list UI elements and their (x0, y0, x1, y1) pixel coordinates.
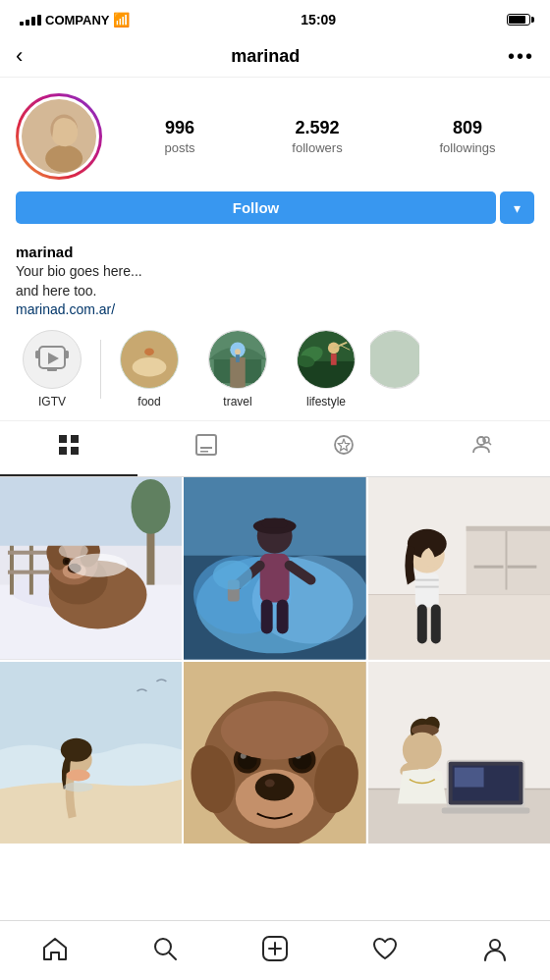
top-nav: ‹ marinad ••• (0, 35, 550, 78)
tab-feed[interactable] (138, 421, 275, 476)
svg-rect-77 (277, 600, 289, 634)
svg-rect-90 (414, 573, 438, 608)
story-igtv[interactable]: IGTV (8, 330, 96, 408)
svg-rect-92 (430, 605, 440, 644)
follow-dropdown-button[interactable]: ▾ (500, 191, 534, 224)
svg-rect-6 (47, 368, 57, 371)
posts-stat[interactable]: 996 posts (164, 118, 194, 156)
svg-point-133 (155, 939, 171, 954)
battery-fill (509, 16, 525, 24)
tab-saved[interactable] (275, 421, 412, 476)
extra-circle (370, 330, 419, 389)
chevron-down-icon: ▾ (514, 200, 521, 216)
bottom-nav (0, 920, 550, 980)
likes-nav-button[interactable] (361, 931, 409, 966)
avatar-container[interactable] (16, 93, 102, 180)
svg-point-99 (67, 769, 90, 781)
bio-line2: and here too. (16, 283, 97, 299)
bio-link[interactable]: marinad.com.ar/ (16, 301, 115, 317)
grid-icon (57, 433, 81, 463)
svg-marker-36 (338, 439, 350, 451)
follow-button[interactable]: Follow (16, 191, 496, 224)
profile-header: 996 posts 2.592 followers 809 followings… (0, 78, 550, 236)
svg-rect-125 (454, 767, 483, 787)
svg-point-2 (45, 145, 82, 173)
photo-grid (0, 477, 550, 844)
svg-rect-34 (200, 451, 208, 453)
svg-point-79 (213, 561, 252, 590)
travel-label: travel (223, 395, 251, 408)
lifestyle-label: lifestyle (306, 395, 346, 408)
svg-point-56 (65, 560, 69, 564)
tabs-row (0, 421, 550, 477)
grid-cell-4[interactable] (0, 662, 182, 844)
svg-rect-73 (260, 554, 290, 603)
bio-line1: Your bio goes here... (16, 263, 142, 279)
svg-rect-83 (466, 526, 550, 595)
story-lifestyle[interactable]: lifestyle (282, 330, 370, 408)
grid-cell-5[interactable] (184, 662, 365, 844)
followers-stat[interactable]: 2.592 followers (292, 118, 342, 156)
followers-label: followers (292, 140, 342, 155)
svg-rect-84 (466, 526, 550, 531)
following-label: followings (439, 140, 495, 155)
search-nav-button[interactable] (141, 931, 189, 966)
back-button[interactable]: ‹ (16, 43, 23, 69)
svg-point-131 (405, 732, 440, 767)
more-options-button[interactable]: ••• (508, 45, 534, 68)
food-circle (120, 330, 179, 389)
profile-stats: 996 posts 2.592 followers 809 followings (126, 118, 534, 156)
grid-cell-2[interactable] (184, 477, 365, 659)
profile-top: 996 posts 2.592 followers 809 followings (16, 93, 534, 180)
svg-marker-7 (48, 353, 59, 364)
following-count: 809 (439, 118, 495, 138)
svg-rect-87 (507, 566, 536, 569)
svg-rect-72 (262, 518, 288, 528)
signal-bar-2 (26, 20, 29, 26)
bio-username: marinad (16, 244, 534, 260)
home-nav-button[interactable] (31, 931, 79, 966)
svg-rect-85 (505, 531, 507, 590)
svg-point-106 (265, 779, 275, 787)
svg-rect-86 (473, 566, 503, 569)
profile-nav-button[interactable] (471, 931, 519, 966)
svg-rect-126 (441, 807, 529, 813)
svg-point-100 (64, 782, 93, 791)
follow-row: Follow ▾ (16, 191, 534, 224)
grid-cell-3[interactable] (368, 477, 550, 659)
signal-bars (20, 15, 41, 26)
carrier-name: COMPANY (45, 13, 109, 27)
svg-rect-29 (71, 435, 79, 443)
tab-tagged[interactable] (412, 421, 550, 476)
svg-point-12 (144, 349, 154, 356)
grid-cell-1[interactable] (0, 477, 182, 659)
story-food[interactable]: food (105, 330, 193, 408)
profile-username-title: marinad (231, 46, 300, 67)
posts-count: 996 (164, 118, 194, 138)
svg-rect-5 (65, 351, 69, 358)
status-bar: COMPANY 📶 15:09 (0, 0, 550, 35)
feed-icon (194, 433, 218, 463)
svg-point-38 (483, 437, 489, 443)
tab-grid[interactable] (0, 421, 138, 476)
svg-rect-28 (59, 435, 67, 443)
following-stat[interactable]: 809 followings (439, 118, 495, 156)
person-tag-icon (469, 433, 493, 463)
signal-bar-1 (20, 22, 24, 26)
svg-point-105 (255, 773, 295, 800)
story-extra[interactable] (370, 330, 419, 389)
svg-rect-4 (35, 351, 39, 358)
svg-rect-33 (200, 447, 212, 449)
star-icon (332, 433, 356, 463)
story-travel[interactable]: travel (193, 330, 282, 408)
food-label: food (138, 395, 160, 408)
wifi-icon: 📶 (113, 12, 130, 27)
svg-point-98 (61, 737, 92, 761)
svg-point-21 (328, 343, 340, 354)
grid-cell-6[interactable] (368, 662, 550, 844)
add-nav-button[interactable] (251, 931, 299, 966)
signal-bar-3 (31, 17, 35, 26)
stories-inner: IGTV food (0, 330, 550, 408)
story-divider (100, 340, 101, 399)
avatar (19, 96, 99, 177)
